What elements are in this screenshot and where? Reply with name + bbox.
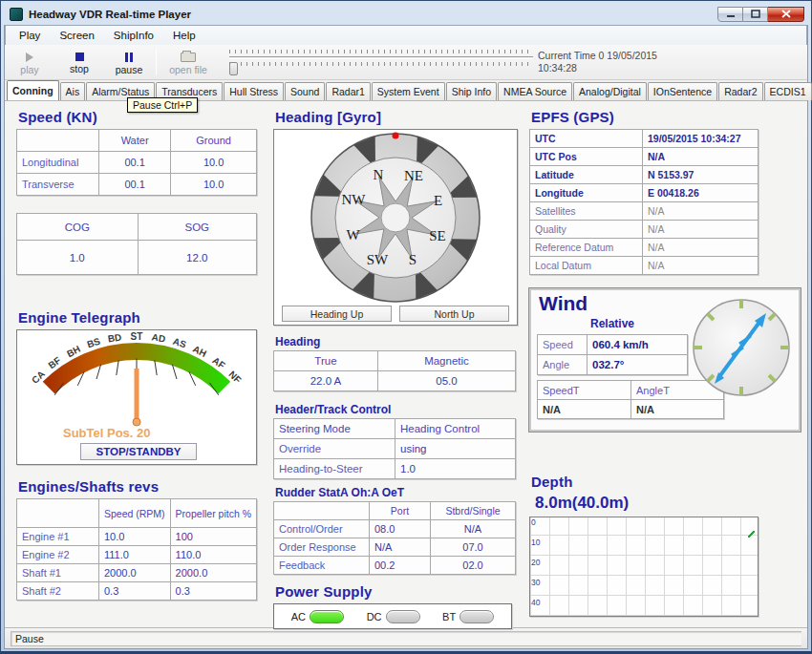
tab-ship-info[interactable]: Ship Info <box>446 82 497 100</box>
table-row: N/A N/A <box>538 400 724 419</box>
table-row: Override using <box>274 439 516 459</box>
minimize-button[interactable] <box>717 7 743 22</box>
epfs-row-label: Satellites <box>530 202 643 221</box>
speed-table: Water Ground Longitudinal 00.1 10.0 Tran… <box>16 129 257 196</box>
close-icon <box>781 10 791 18</box>
north-up-button[interactable]: North Up <box>399 306 509 322</box>
table-row: LongitudeE 00418.26 <box>530 184 759 202</box>
table-row: Control/Order 08.0 N/A <box>274 520 516 538</box>
rudder-col-port: Port <box>370 502 431 520</box>
epfs-row-label: Latitude <box>530 166 643 184</box>
cog-header: COG <box>17 214 139 241</box>
depth-value: 8.0m(40.0m) <box>535 494 804 513</box>
menu-help[interactable]: Help <box>163 27 205 44</box>
power-label-ac: AC <box>291 611 306 622</box>
speed-ground-value: 10.0 <box>171 152 257 174</box>
table-row: Shaft #1 2000.0 2000.0 <box>17 564 257 582</box>
engine-row-label: Engine #2 <box>17 546 99 564</box>
engines-title: Engines/Shafts revs <box>18 478 261 495</box>
tab-sound[interactable]: Sound <box>285 82 325 100</box>
wind-panel: Wind Relative Speed 060.4 km/h Angle 032… <box>529 288 801 432</box>
heading-section-title: Heading <box>275 335 520 348</box>
epfs-row-value: N/A <box>643 257 759 275</box>
pause-tooltip: Pause Ctrl+P <box>127 97 198 113</box>
table-row: Engine #1 10.0 100 <box>17 528 257 546</box>
track-row-value: 1.0 <box>395 459 516 479</box>
pause-button-label: pause <box>116 64 143 75</box>
current-time-label: Current Time 0 19/05/2015 <box>538 50 719 62</box>
depth-trace-mark <box>748 531 755 538</box>
slider-thumb[interactable] <box>229 62 238 75</box>
epfs-row-value: N/A <box>643 148 759 166</box>
engine-pitch-value: 2000.0 <box>170 564 256 582</box>
open-file-button[interactable]: open file <box>159 45 218 79</box>
tab-ecdis1[interactable]: ECDIS1 <box>764 82 812 100</box>
pause-icon <box>125 53 133 62</box>
heading-true-value: 22.0 A <box>274 371 378 391</box>
power-item-dc: DC <box>367 610 420 623</box>
compass-label-nw: NW <box>342 192 367 207</box>
tab-hull-stress[interactable]: Hull Stress <box>224 82 284 100</box>
play-button[interactable]: play <box>5 45 54 79</box>
tab-conning[interactable]: Conning <box>7 80 59 100</box>
tab-system-event[interactable]: System Event <box>372 82 445 100</box>
tab-radar2[interactable]: Radar2 <box>718 82 762 100</box>
slider-track[interactable] <box>229 56 533 59</box>
subtel-position: SubTel Pos. 20 <box>63 426 151 440</box>
stop-standby-button[interactable]: STOP/STANDBY <box>80 443 197 460</box>
table-row: Longitudinal 00.1 10.0 <box>17 152 257 174</box>
stop-icon <box>75 53 84 61</box>
maximize-button[interactable] <box>743 7 768 22</box>
corner-cell <box>17 499 99 528</box>
tab-analog-digital[interactable]: Analog/Digital <box>573 82 647 100</box>
menu-shipinfo[interactable]: ShipInfo <box>104 27 163 44</box>
tab-ionsentence[interactable]: IOnSentence <box>648 82 717 100</box>
speed-water-value: 00.1 <box>99 152 171 174</box>
wind-anglet-value: N/A <box>631 400 724 419</box>
engines-col-pitch: Propeller pitch % <box>170 499 256 528</box>
engine-speed-value: 0.3 <box>99 582 171 601</box>
depth-axis-tick: 10 <box>531 538 540 546</box>
table-row: QualityN/A <box>530 221 759 239</box>
close-button[interactable] <box>768 7 804 22</box>
rudder-col-stbrd: Stbrd/Single <box>431 502 516 520</box>
playback-slider[interactable] <box>229 50 533 75</box>
engine-speed-value: 2000.0 <box>99 564 171 582</box>
power-label-dc: DC <box>367 611 382 622</box>
epfs-row-label: UTC Pos <box>530 148 643 166</box>
tab-nmea-source[interactable]: NMEA Source <box>498 82 572 100</box>
compass-label-se: SE <box>429 228 446 243</box>
compass-label-w: W <box>346 227 360 243</box>
heading-col-magnetic: Magnetic <box>377 351 515 371</box>
menu-play[interactable]: Play <box>10 27 50 44</box>
track-row-label: Override <box>274 439 395 459</box>
telegraph-gauge: CA BF BH BS BD ST AD AS AH AF NF <box>22 332 251 428</box>
titlebar[interactable]: Headway VDR Real-time Player <box>4 1 808 25</box>
speed-row-label: Longitudinal <box>17 152 99 174</box>
stop-button-label: stop <box>70 63 89 74</box>
power-item-ac: AC <box>291 610 344 623</box>
engine-pitch-value: 100 <box>170 528 256 546</box>
cog-sog-table: COG SOG 1.0 12.0 <box>16 213 257 275</box>
tab-ais[interactable]: Ais <box>60 82 86 100</box>
current-time: Current Time 0 19/05/2015 10:34:28 <box>538 50 719 74</box>
speed-row-label: Transverse <box>17 174 99 196</box>
gyro-panel: N NE E SE S SW W NW Heading Up North Up <box>273 129 518 326</box>
heading-up-button[interactable]: Heading Up <box>282 306 392 322</box>
track-row-label: Steering Mode <box>274 419 395 439</box>
tab-radar1[interactable]: Radar1 <box>326 82 370 100</box>
table-row: Engine #2 111.0 110.0 <box>17 546 257 564</box>
track-row-value: Heading Control <box>395 419 516 439</box>
engine-pitch-value: 0.3 <box>170 582 256 601</box>
open-file-icon <box>181 53 196 62</box>
wind-dial <box>690 296 793 399</box>
pause-button[interactable]: pause <box>104 45 154 79</box>
rudder-row-label: Control/Order <box>274 520 370 538</box>
epfs-row-label: Local Datum <box>530 257 643 275</box>
stop-button[interactable]: stop <box>54 45 104 79</box>
telegraph-arc <box>22 332 251 428</box>
app-body: Play Screen ShipInfo Help play stop paus… <box>4 25 808 649</box>
rudder-stbrd-value: N/A <box>431 520 516 538</box>
menu-screen[interactable]: Screen <box>50 27 103 44</box>
table-row: Shaft #2 0.3 0.3 <box>17 582 257 601</box>
